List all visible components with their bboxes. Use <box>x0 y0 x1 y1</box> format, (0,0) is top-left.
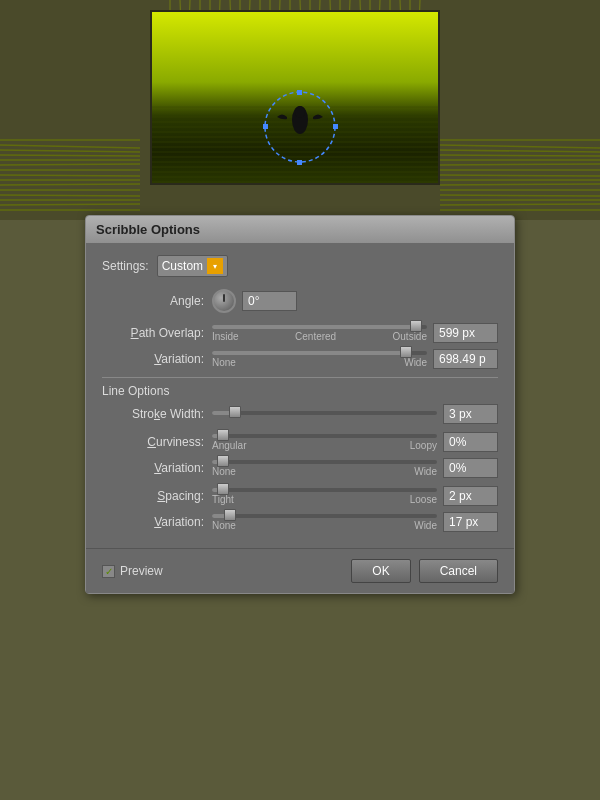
variation1-input[interactable] <box>433 349 498 369</box>
stroke-width-label: Stroke Width: <box>102 407 212 421</box>
svg-line-28 <box>440 204 600 205</box>
variation3-label: Variation: <box>102 515 212 529</box>
stroke-width-slider-container <box>212 411 437 417</box>
angle-knob[interactable] <box>212 289 236 313</box>
settings-dropdown[interactable]: Custom ▾ <box>157 255 228 277</box>
path-overlap-labels: Inside Centered Outside <box>212 331 427 342</box>
spacing-thumb[interactable] <box>217 483 229 495</box>
stroke-width-track[interactable] <box>212 411 437 415</box>
variation1-label-wide: Wide <box>404 357 427 368</box>
settings-label: Settings: <box>102 259 149 273</box>
curviness-row: Curviness: Angular Loopy <box>102 432 498 452</box>
curviness-thumb[interactable] <box>217 429 229 441</box>
path-overlap-label-inside: Inside <box>212 331 239 342</box>
variation1-label: Variation: <box>102 352 212 366</box>
line-options-header: Line Options <box>102 377 498 398</box>
variation2-slider-container: None Wide <box>212 460 437 477</box>
stroke-width-thumb[interactable] <box>229 406 241 418</box>
svg-line-3 <box>0 155 140 156</box>
svg-line-26 <box>440 195 600 196</box>
path-overlap-label-centered: Centered <box>295 331 336 342</box>
curviness-label-angular: Angular <box>212 440 246 451</box>
svg-line-17 <box>440 150 600 152</box>
angle-input[interactable] <box>242 291 297 311</box>
variation1-label-none: None <box>212 357 236 368</box>
variation2-label-wide: Wide <box>414 466 437 477</box>
svg-line-18 <box>440 155 600 156</box>
dialog-title: Scribble Options <box>86 216 514 243</box>
curviness-slider-container: Angular Loopy <box>212 434 437 451</box>
stroke-width-input[interactable] <box>443 404 498 424</box>
spacing-slider-container: Tight Loose <box>212 488 437 505</box>
spacing-labels: Tight Loose <box>212 494 437 505</box>
svg-point-74 <box>295 106 305 118</box>
scribble-options-dialog: Scribble Options Settings: Custom ▾ Angl… <box>85 215 515 594</box>
svg-line-13 <box>0 204 140 205</box>
variation3-slider-container: None Wide <box>212 514 437 531</box>
path-overlap-label: Path Overlap: <box>102 326 212 340</box>
variation2-label-none: None <box>212 466 236 477</box>
path-overlap-label-outside: Outside <box>393 331 427 342</box>
curviness-track[interactable] <box>212 434 437 438</box>
variation3-thumb[interactable] <box>224 509 236 521</box>
cancel-button[interactable]: Cancel <box>419 559 498 583</box>
variation3-labels: None Wide <box>212 520 437 531</box>
curviness-label-loopy: Loopy <box>410 440 437 451</box>
svg-line-11 <box>0 195 140 196</box>
preview-label: Preview <box>120 564 163 578</box>
variation3-track[interactable] <box>212 514 437 518</box>
svg-rect-78 <box>297 160 302 165</box>
variation1-thumb[interactable] <box>400 346 412 358</box>
curviness-input[interactable] <box>443 432 498 452</box>
svg-line-9 <box>0 184 140 185</box>
path-overlap-row: Path Overlap: Inside Centered Outside <box>102 323 498 343</box>
variation1-fill <box>212 351 406 355</box>
spacing-row: Spacing: Tight Loose <box>102 486 498 506</box>
variation1-row: Variation: None Wide <box>102 349 498 369</box>
settings-row: Settings: Custom ▾ <box>102 255 498 277</box>
spacing-input[interactable] <box>443 486 498 506</box>
variation3-label-wide: Wide <box>414 520 437 531</box>
angle-row: Angle: <box>102 289 498 313</box>
path-overlap-slider-container: Inside Centered Outside <box>212 325 427 342</box>
variation3-row: Variation: None Wide <box>102 512 498 532</box>
spacing-label: Spacing: <box>102 489 212 503</box>
svg-rect-79 <box>263 124 268 129</box>
preview-checkbox[interactable]: ✓ <box>102 565 115 578</box>
variation3-input[interactable] <box>443 512 498 532</box>
variation2-input[interactable] <box>443 458 498 478</box>
svg-line-20 <box>440 164 600 165</box>
settings-value: Custom <box>162 259 203 273</box>
spacing-label-tight: Tight <box>212 494 234 505</box>
svg-rect-76 <box>297 90 302 95</box>
svg-line-22 <box>440 175 600 176</box>
path-overlap-thumb[interactable] <box>410 320 422 332</box>
variation1-track[interactable] <box>212 351 427 355</box>
svg-rect-77 <box>333 124 338 129</box>
angle-label: Angle: <box>102 294 212 308</box>
ok-button[interactable]: OK <box>351 559 410 583</box>
svg-line-7 <box>0 175 140 176</box>
variation2-thumb[interactable] <box>217 455 229 467</box>
dialog-body: Settings: Custom ▾ Angle: Path Overlap: … <box>86 243 514 548</box>
variation1-labels: None Wide <box>212 357 427 368</box>
image-preview <box>150 10 440 185</box>
variation3-label-none: None <box>212 520 236 531</box>
variation2-row: Variation: None Wide <box>102 458 498 478</box>
svg-line-2 <box>0 150 140 152</box>
stroke-width-row: Stroke Width: <box>102 404 498 424</box>
svg-rect-56 <box>152 12 440 185</box>
variation2-labels: None Wide <box>212 466 437 477</box>
path-overlap-fill <box>212 325 416 329</box>
variation2-track[interactable] <box>212 460 437 464</box>
path-overlap-input[interactable] <box>433 323 498 343</box>
spacing-track[interactable] <box>212 488 437 492</box>
spacing-label-loose: Loose <box>410 494 437 505</box>
path-overlap-track[interactable] <box>212 325 427 329</box>
svg-line-16 <box>440 145 600 148</box>
variation1-slider-container: None Wide <box>212 351 427 368</box>
svg-line-5 <box>0 164 140 165</box>
dropdown-arrow-icon[interactable]: ▾ <box>207 258 223 274</box>
svg-line-1 <box>0 145 140 148</box>
dialog-footer: ✓ Preview OK Cancel <box>86 548 514 593</box>
